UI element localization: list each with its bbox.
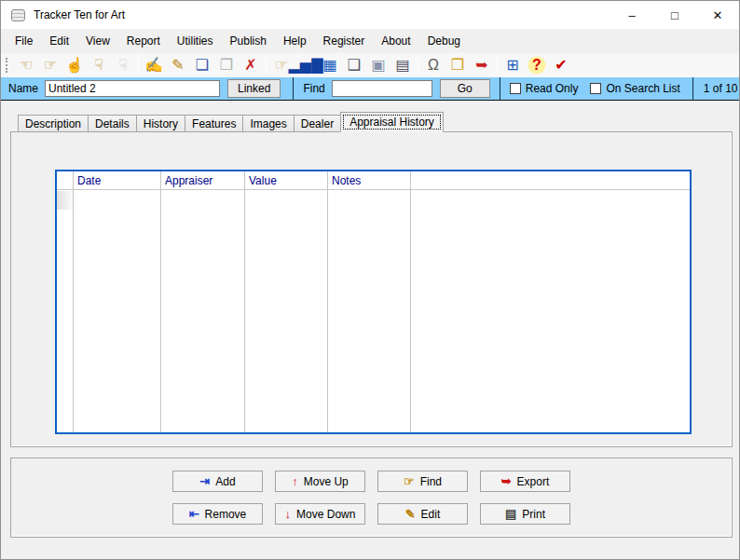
export-save-icon[interactable]: ➥ <box>470 55 494 75</box>
quickbar-separator <box>692 77 693 101</box>
data-table-icon[interactable]: ▦ <box>318 55 342 75</box>
move-down-icon: ↓ <box>285 508 292 520</box>
app-icon <box>11 9 25 21</box>
grid-column-date: Date <box>74 171 161 432</box>
close-button[interactable]: ✕ <box>696 1 739 29</box>
new-record-icon[interactable]: ✍ <box>142 55 166 75</box>
edit-record-icon[interactable]: ✎ <box>166 55 190 75</box>
nav-last-record-icon[interactable]: ☟ <box>87 55 111 75</box>
help-icon[interactable]: ? <box>525 55 549 75</box>
edit-icon: ✎ <box>405 508 416 520</box>
calculator-icon[interactable]: ⊞ <box>500 55 525 75</box>
tab-dealer[interactable]: Dealer <box>294 115 341 132</box>
delete-record-icon[interactable]: ✗ <box>239 55 263 75</box>
appraisal-grid[interactable]: DateAppraiserValueNotes <box>55 170 692 434</box>
app-window: Tracker Ten for Art – □ ✕ FileEditViewRe… <box>0 0 740 560</box>
grid-header-appraiser[interactable]: Appraiser <box>161 171 244 190</box>
post-record-icon[interactable]: ❏ <box>190 55 214 75</box>
tab-appraisal-history[interactable]: Appraisal History <box>340 112 444 132</box>
maximize-button[interactable]: □ <box>653 1 696 29</box>
report-chart-icon[interactable]: ▂▅▇ <box>294 55 318 75</box>
grid-row-selector-column <box>57 171 74 432</box>
add-button-label: Add <box>215 475 235 488</box>
grid-new-row-marker <box>57 191 73 210</box>
action-buttons: ⇥Add↑Move Up☞Find➥Export⇤Remove↓Move Dow… <box>172 471 570 525</box>
add-button[interactable]: ⇥Add <box>172 471 263 492</box>
toolbar-separator <box>266 57 267 74</box>
menu-item-register[interactable]: Register <box>315 30 374 52</box>
add-icon: ⇥ <box>199 475 210 487</box>
name-input[interactable] <box>45 80 220 97</box>
toolbar: ☜☞☝☟☟✍✎❏❐✗☞▂▅▇▦❑▣▤Ω❒➥⊞?✔ <box>1 53 739 77</box>
nav-ghost-hand-icon[interactable]: ☟ <box>111 55 135 75</box>
toolbar-grip[interactable] <box>6 58 9 73</box>
appraisal-history-panel: DateAppraiserValueNotes <box>10 131 733 447</box>
grid-column-appraiser: Appraiser <box>161 171 245 432</box>
find-label: Find <box>303 82 324 95</box>
on-search-list-checkbox[interactable]: On Search List <box>590 82 679 95</box>
nav-next-record-icon[interactable]: ☞ <box>38 55 62 75</box>
name-label: Name <box>8 82 38 95</box>
menu-item-publish[interactable]: Publish <box>222 30 275 52</box>
grid-column-value: Value <box>245 171 328 432</box>
nav-first-record-icon[interactable]: ☜ <box>14 55 38 75</box>
linked-button[interactable]: Linked <box>227 79 281 98</box>
print-button[interactable]: ▤Print <box>480 503 570 525</box>
tab-strip: DescriptionDetailsHistoryFeaturesImagesD… <box>18 112 443 132</box>
spellcheck-icon[interactable]: ✔ <box>549 55 573 75</box>
print-toolbar-icon[interactable]: ▤ <box>391 55 415 75</box>
tab-details[interactable]: Details <box>88 115 137 132</box>
menu-item-edit[interactable]: Edit <box>41 30 77 52</box>
media-viewer-icon[interactable]: ▣ <box>366 55 391 75</box>
read-only-label: Read Only <box>526 82 579 95</box>
export-button-label: Export <box>517 475 550 488</box>
grid-header-date[interactable]: Date <box>74 171 160 190</box>
menu-item-file[interactable]: File <box>7 30 41 52</box>
minimize-button[interactable]: – <box>610 1 653 29</box>
go-button[interactable]: Go <box>440 79 490 98</box>
tab-description[interactable]: Description <box>18 115 89 132</box>
read-only-checkbox-box[interactable] <box>510 83 521 94</box>
record-quick-bar: Name Linked Find Go Read Only On Search … <box>1 77 739 101</box>
menu-item-debug[interactable]: Debug <box>419 30 469 52</box>
move-up-button[interactable]: ↑Move Up <box>275 471 365 492</box>
print-button-label: Print <box>522 508 545 521</box>
export-button[interactable]: ➥Export <box>480 471 570 492</box>
menu-item-report[interactable]: Report <box>118 30 169 52</box>
toolbar-separator <box>418 57 418 74</box>
find-input[interactable] <box>332 80 432 97</box>
quickbar-separator <box>500 77 500 101</box>
main-area: DescriptionDetailsHistoryFeaturesImagesD… <box>1 101 739 559</box>
export-icon: ➥ <box>501 475 512 487</box>
grid-filler-column <box>411 171 690 432</box>
remove-button[interactable]: ⇤Remove <box>172 503 263 525</box>
open-folder-icon[interactable]: ❒ <box>445 55 470 75</box>
move-up-button-label: Move Up <box>304 475 349 488</box>
on-search-list-checkbox-box[interactable] <box>590 83 601 94</box>
tab-features[interactable]: Features <box>185 115 243 132</box>
lock-icon[interactable]: Ω <box>421 55 445 75</box>
tab-history[interactable]: History <box>136 115 185 132</box>
read-only-checkbox[interactable]: Read Only <box>510 82 579 95</box>
tab-images[interactable]: Images <box>242 115 294 132</box>
move-down-button[interactable]: ↓Move Down <box>275 503 365 525</box>
grid-header-notes[interactable]: Notes <box>328 171 410 190</box>
print-icon: ▤ <box>505 508 516 520</box>
nav-up-record-icon[interactable]: ☝ <box>62 55 87 75</box>
find-icon: ☞ <box>404 475 415 487</box>
menu-item-view[interactable]: View <box>77 30 118 52</box>
move-down-button-label: Move Down <box>296 508 355 521</box>
menu-item-about[interactable]: About <box>373 30 418 52</box>
toolbar-separator <box>497 57 498 74</box>
remove-button-label: Remove <box>205 508 247 521</box>
edit-button[interactable]: ✎Edit <box>377 503 468 525</box>
quickbar-separator <box>293 77 294 101</box>
on-search-list-label: On Search List <box>606 82 679 95</box>
menu-item-utilities[interactable]: Utilities <box>169 30 222 52</box>
find-button[interactable]: ☞Find <box>377 471 468 492</box>
grid-header-value[interactable]: Value <box>245 171 327 190</box>
copy-record-disabled-icon[interactable]: ❐ <box>214 55 239 75</box>
menu-item-help[interactable]: Help <box>275 30 315 52</box>
move-up-icon: ↑ <box>292 475 298 487</box>
copy-pages-icon[interactable]: ❑ <box>342 55 366 75</box>
